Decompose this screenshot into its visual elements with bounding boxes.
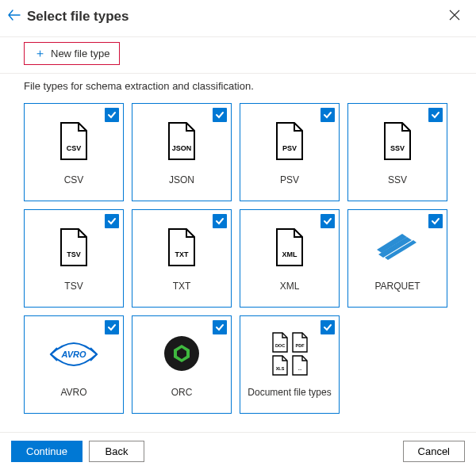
file-type-tile[interactable]: CSV CSV — [24, 103, 124, 201]
file-type-icon: DOC PDF XLS ... — [271, 331, 309, 376]
file-type-icon: JSON — [166, 119, 198, 163]
file-type-tile[interactable]: TSV TSV — [24, 209, 124, 308]
checkmark-icon — [321, 108, 335, 122]
svg-text:XML: XML — [282, 250, 298, 258]
svg-text:TSV: TSV — [67, 250, 81, 258]
checkmark-icon — [213, 108, 227, 122]
checkmark-icon — [105, 320, 119, 334]
file-type-label: Document file types — [244, 387, 334, 398]
file-type-label: JSON — [166, 174, 198, 185]
file-type-tile[interactable]: TXT TXT — [132, 209, 232, 308]
file-type-icon: TXT — [166, 225, 198, 269]
close-icon[interactable] — [446, 6, 463, 27]
file-type-icon: CSV — [58, 119, 90, 163]
description-text: File types for schema extraction and cla… — [24, 80, 452, 92]
file-type-icon: TSV — [58, 225, 90, 269]
footer-bar: Continue Back Cancel — [0, 432, 476, 470]
file-type-tile[interactable]: ORC — [132, 315, 232, 414]
file-type-icon: PSV — [274, 119, 305, 163]
file-type-icon: AVRO — [48, 331, 100, 376]
svg-text:JSON: JSON — [172, 144, 192, 152]
file-type-label: PARQUET — [371, 281, 423, 292]
file-type-label: SSV — [385, 174, 410, 185]
file-type-icon — [164, 331, 199, 376]
svg-text:AVRO: AVRO — [61, 350, 86, 359]
file-type-label: ORC — [168, 387, 196, 398]
file-type-grid: CSV CSV JSON JSON PSV PSV SSV SSV TSV TS… — [24, 103, 452, 414]
svg-text:PSV: PSV — [282, 144, 297, 152]
checkmark-icon — [321, 214, 335, 228]
file-type-label: AVRO — [57, 387, 90, 398]
svg-text:XLS: XLS — [275, 366, 284, 371]
file-type-label: CSV — [61, 174, 87, 185]
svg-text:...: ... — [298, 366, 301, 371]
file-type-tile[interactable]: XML XML — [240, 209, 340, 308]
file-type-icon: SSV — [382, 119, 413, 163]
checkmark-icon — [105, 108, 119, 122]
file-type-tile[interactable]: DOC PDF XLS ... Document file types — [240, 315, 340, 414]
svg-text:SSV: SSV — [390, 144, 405, 152]
file-type-label: TSV — [61, 281, 86, 292]
checkmark-icon — [321, 320, 335, 334]
cancel-button[interactable]: Cancel — [403, 441, 465, 462]
checkmark-icon — [428, 108, 443, 122]
file-type-label: TXT — [170, 281, 194, 292]
file-type-label: XML — [277, 281, 303, 292]
svg-text:TXT: TXT — [175, 250, 190, 258]
file-type-tile[interactable]: AVRO AVRO — [24, 315, 124, 414]
continue-button[interactable]: Continue — [11, 441, 83, 462]
file-type-tile[interactable]: PARQUET — [347, 209, 447, 308]
file-type-icon — [375, 225, 420, 269]
svg-text:DOC: DOC — [274, 343, 284, 348]
svg-text:CSV: CSV — [67, 144, 82, 152]
svg-text:PDF: PDF — [295, 343, 305, 348]
new-file-type-button[interactable]: ＋ New file type — [24, 42, 120, 65]
file-type-tile[interactable]: PSV PSV — [240, 103, 340, 201]
checkmark-icon — [213, 320, 227, 334]
back-arrow-icon[interactable] — [8, 10, 21, 24]
new-file-type-label: New file type — [51, 48, 109, 59]
plus-icon: ＋ — [34, 46, 46, 61]
back-button[interactable]: Back — [89, 441, 144, 462]
checkmark-icon — [105, 214, 119, 228]
checkmark-icon — [428, 214, 443, 228]
file-type-label: PSV — [277, 174, 302, 185]
file-type-icon: XML — [274, 225, 305, 269]
page-title: Select file types — [27, 9, 446, 25]
file-type-tile[interactable]: SSV SSV — [347, 103, 447, 201]
file-type-tile[interactable]: JSON JSON — [132, 103, 232, 201]
checkmark-icon — [213, 214, 227, 228]
